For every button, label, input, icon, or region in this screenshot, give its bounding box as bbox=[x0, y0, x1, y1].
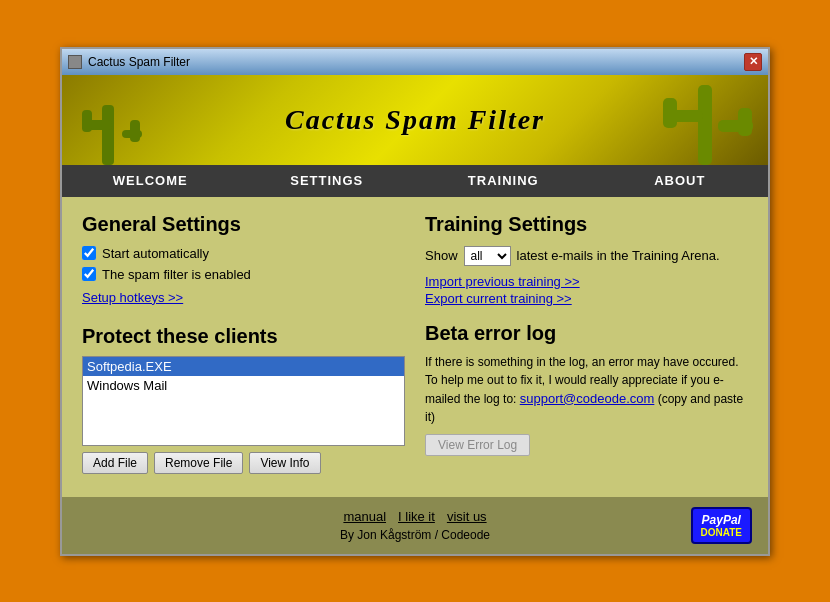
spam-filter-enabled-row: The spam filter is enabled bbox=[82, 267, 405, 282]
svg-rect-4 bbox=[130, 120, 140, 142]
view-info-button[interactable]: View Info bbox=[249, 452, 320, 474]
support-email-link[interactable]: support@codeode.com bbox=[520, 391, 655, 406]
view-error-log-button[interactable]: View Error Log bbox=[425, 434, 530, 456]
cactus-right-icon bbox=[658, 80, 758, 165]
manual-link[interactable]: manual bbox=[343, 509, 386, 524]
svg-rect-2 bbox=[82, 110, 92, 132]
add-file-button[interactable]: Add File bbox=[82, 452, 148, 474]
show-label: Show bbox=[425, 248, 458, 263]
footer: manual I like it visit us By Jon Kågströ… bbox=[62, 497, 768, 554]
beta-section: Beta error log If there is something in … bbox=[425, 322, 748, 457]
app-icon bbox=[68, 55, 82, 69]
nav-training[interactable]: TRAINING bbox=[415, 167, 592, 194]
start-automatically-label: Start automatically bbox=[102, 246, 209, 261]
training-settings-title: Training Settings bbox=[425, 213, 748, 236]
content-row: General Settings Start automatically The… bbox=[82, 213, 748, 474]
general-settings-title: General Settings bbox=[82, 213, 405, 236]
close-button[interactable]: ✕ bbox=[744, 53, 762, 71]
svg-rect-7 bbox=[663, 98, 677, 128]
import-training-link[interactable]: Import previous training >> bbox=[425, 274, 748, 289]
footer-links-row: manual I like it visit us bbox=[343, 509, 486, 524]
export-training-link[interactable]: Export current training >> bbox=[425, 291, 748, 306]
spam-filter-checkbox[interactable] bbox=[82, 267, 96, 281]
banner: Cactus Spam Filter bbox=[62, 75, 768, 165]
beta-title: Beta error log bbox=[425, 322, 748, 345]
titlebar-left: Cactus Spam Filter bbox=[68, 55, 190, 69]
svg-rect-5 bbox=[698, 85, 712, 165]
footer-links: manual I like it visit us By Jon Kågströ… bbox=[303, 509, 528, 542]
cactus-left-icon bbox=[72, 85, 152, 165]
paypal-text: PayPal bbox=[702, 513, 741, 527]
visit-us-link[interactable]: visit us bbox=[447, 509, 487, 524]
training-section: Training Settings Show all 10 20 50 100 … bbox=[425, 213, 748, 306]
show-select[interactable]: all 10 20 50 100 bbox=[464, 246, 511, 266]
client-item-windows-mail[interactable]: Windows Mail bbox=[83, 376, 404, 395]
nav-settings[interactable]: SETTINGS bbox=[239, 167, 416, 194]
client-list[interactable]: Softpedia.EXE Windows Mail bbox=[82, 356, 405, 446]
paypal-donate-button[interactable]: PayPal DONATE bbox=[691, 507, 752, 544]
window-title: Cactus Spam Filter bbox=[88, 55, 190, 69]
ilike-link[interactable]: I like it bbox=[398, 509, 435, 524]
footer-right: PayPal DONATE bbox=[527, 507, 752, 544]
start-automatically-checkbox[interactable] bbox=[82, 246, 96, 260]
content-area: General Settings Start automatically The… bbox=[62, 197, 768, 497]
training-description: latest e-mails in the Training Arena. bbox=[517, 248, 720, 263]
app-window: Cactus Spam Filter ✕ Cactus Spam Filter … bbox=[60, 47, 770, 556]
protect-title: Protect these clients bbox=[82, 325, 405, 348]
start-automatically-row: Start automatically bbox=[82, 246, 405, 261]
protect-section: Protect these clients Softpedia.EXE Wind… bbox=[82, 325, 405, 474]
footer-credit: By Jon Kågström / Codeode bbox=[340, 528, 490, 542]
beta-description: If there is something in the log, an err… bbox=[425, 353, 748, 427]
client-item-softpedia[interactable]: Softpedia.EXE bbox=[83, 357, 404, 376]
spam-filter-label: The spam filter is enabled bbox=[102, 267, 251, 282]
navbar: WELCOME SETTINGS TRAINING ABOUT bbox=[62, 165, 768, 197]
titlebar: Cactus Spam Filter ✕ bbox=[62, 49, 768, 75]
right-column: Training Settings Show all 10 20 50 100 … bbox=[425, 213, 748, 474]
svg-rect-0 bbox=[102, 105, 114, 165]
paypal-donate-label: DONATE bbox=[701, 527, 742, 538]
banner-title: Cactus Spam Filter bbox=[285, 104, 545, 136]
left-column: General Settings Start automatically The… bbox=[82, 213, 405, 474]
svg-rect-9 bbox=[738, 108, 752, 136]
training-row: Show all 10 20 50 100 latest e-mails in … bbox=[425, 246, 748, 266]
nav-about[interactable]: ABOUT bbox=[592, 167, 769, 194]
remove-file-button[interactable]: Remove File bbox=[154, 452, 243, 474]
setup-hotkeys-link[interactable]: Setup hotkeys >> bbox=[82, 290, 405, 305]
client-buttons: Add File Remove File View Info bbox=[82, 452, 405, 474]
nav-welcome[interactable]: WELCOME bbox=[62, 167, 239, 194]
training-links: Import previous training >> Export curre… bbox=[425, 274, 748, 306]
